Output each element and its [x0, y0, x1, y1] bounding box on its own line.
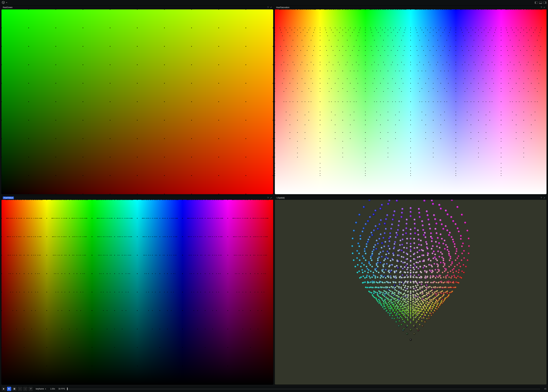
fps-readout[interactable]: 30 FPS [58, 388, 66, 390]
triangle-up-icon: ▲ [45, 388, 46, 390]
spatial-3d-canvas[interactable] [275, 200, 547, 385]
hue-value-canvas[interactable] [1, 200, 273, 385]
prev-button[interactable]: ← [18, 387, 22, 391]
chevron-down-icon: ▼ [6, 2, 7, 3]
help-icon[interactable]: ? [267, 197, 268, 199]
panel-viewport[interactable] [275, 200, 547, 385]
panel-header-icons: ? ⤢ [267, 197, 272, 199]
step-forward-button[interactable] [7, 387, 11, 391]
speed-readout[interactable]: 1.00x [49, 388, 56, 390]
play-button[interactable] [2, 387, 6, 391]
panel-title[interactable]: / (Spatial) [276, 197, 285, 199]
panel-header-icons: ? ⤢ [267, 6, 272, 9]
keyframe-label: keyframe [36, 388, 44, 390]
timeline-bar: ← → ↺ keyframe ▲ 1.00x 30 FPS #0 [0, 385, 548, 392]
red-green-canvas[interactable] [1, 9, 273, 194]
slider-knob[interactable] [67, 388, 68, 390]
panel-hue-value: Hue/Value ? ⤢ [1, 196, 273, 385]
panel-header: Red/Green ? ⤢ [1, 6, 273, 9]
expand-icon[interactable]: ⤢ [544, 6, 545, 9]
panel-viewport[interactable] [1, 9, 273, 194]
keyframe-dropdown[interactable]: keyframe ▲ [34, 387, 48, 391]
panel-title[interactable]: Hue/Saturation [276, 6, 289, 9]
app-root: ▼ Red/Green ? ⤢ Hue/Saturatio [0, 0, 548, 392]
frame-readout: #0 [541, 388, 546, 390]
expand-icon[interactable]: ⤢ [270, 6, 272, 9]
panel-header: / (Spatial) ? ⤢ [275, 196, 547, 200]
nav-controls: ← → ↺ [18, 387, 33, 391]
help-icon[interactable]: ? [541, 197, 542, 199]
toggle-right-panel-button[interactable] [543, 1, 546, 4]
svg-marker-3 [8, 388, 9, 390]
panel-grid: Red/Green ? ⤢ Hue/Saturation ? ⤢ [0, 5, 548, 385]
svg-marker-2 [3, 388, 4, 390]
panel-viewport[interactable] [275, 9, 547, 194]
panel-title[interactable]: Hue/Value [3, 196, 14, 199]
panel-title[interactable]: Red/Green [3, 6, 13, 9]
layout-toggle-group [535, 1, 546, 4]
panel-header-icons: ? ⤢ [541, 6, 545, 9]
hue-saturation-canvas[interactable] [275, 9, 547, 194]
svg-rect-4 [9, 388, 10, 390]
panel-header: Hue/Value ? ⤢ [1, 196, 273, 200]
svg-rect-6 [14, 388, 15, 390]
panel-header-icons: ? ⤢ [541, 197, 545, 199]
timeline-slider[interactable] [67, 387, 540, 391]
panel-spatial: / (Spatial) ? ⤢ [275, 196, 547, 385]
expand-icon[interactable]: ⤢ [270, 197, 272, 199]
toggle-left-panel-button[interactable] [535, 1, 538, 4]
pause-button[interactable] [12, 387, 16, 391]
panel-red-green: Red/Green ? ⤢ [1, 5, 273, 194]
panel-hue-saturation: Hue/Saturation ? ⤢ [275, 5, 547, 194]
next-button[interactable]: → [23, 387, 28, 391]
svg-rect-5 [14, 388, 14, 390]
expand-icon[interactable]: ⤢ [544, 197, 545, 199]
panel-viewport[interactable] [1, 200, 273, 385]
toggle-bottom-panel-button[interactable] [539, 1, 542, 4]
loop-button[interactable]: ↺ [29, 387, 33, 391]
help-icon[interactable]: ? [267, 6, 268, 9]
slider-track [67, 389, 540, 389]
app-menu-button[interactable]: ▼ [2, 1, 7, 5]
top-bar: ▼ [0, 0, 548, 5]
help-icon[interactable]: ? [541, 6, 542, 9]
playback-controls [2, 387, 16, 391]
app-logo-icon [2, 1, 5, 5]
panel-header: Hue/Saturation ? ⤢ [275, 6, 547, 9]
